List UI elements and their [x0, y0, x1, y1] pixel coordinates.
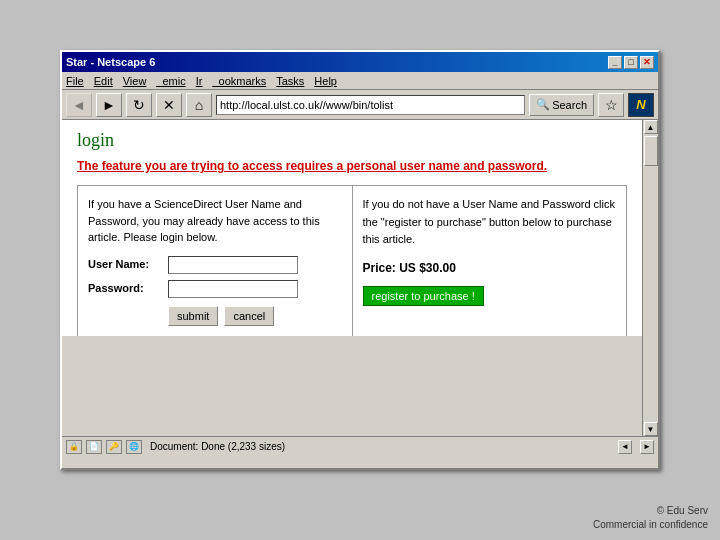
price-text: Price: US $30.00 [363, 259, 617, 278]
left-column: If you have a ScienceDirect User Name an… [78, 186, 353, 336]
menu-file[interactable]: File [66, 75, 84, 87]
username-label: User Name: [88, 256, 168, 273]
netscape-logo: N [628, 93, 654, 117]
content-wrapper: login The feature you are trying to acce… [62, 120, 658, 436]
form-buttons: submit cancel [168, 306, 342, 326]
left-intro: If you have a ScienceDirect User Name an… [88, 196, 342, 246]
back-button[interactable]: ◄ [66, 93, 92, 117]
password-label: Password: [88, 280, 168, 297]
two-column-layout: If you have a ScienceDirect User Name an… [77, 185, 627, 336]
password-input[interactable] [168, 280, 298, 298]
status-icon-3: 🔑 [106, 440, 122, 454]
home-button[interactable]: ⌂ [186, 93, 212, 117]
menu-bar: File Edit View _emic Ir _ookmarks Tasks … [62, 72, 658, 90]
bookmark-button[interactable]: ☆ [598, 93, 624, 117]
menu-view[interactable]: View [123, 75, 147, 87]
content-area: login The feature you are trying to acce… [62, 120, 642, 336]
close-button[interactable]: ✕ [640, 56, 654, 69]
scroll-thumb[interactable] [644, 136, 658, 166]
menu-help[interactable]: Help [314, 75, 337, 87]
submit-button[interactable]: submit [168, 306, 218, 326]
minimize-button[interactable]: _ [608, 56, 622, 69]
search-icon: 🔍 [536, 98, 550, 111]
scroll-up[interactable]: ▲ [644, 120, 658, 134]
status-icon-1: 🔒 [66, 440, 82, 454]
address-bar [216, 95, 525, 115]
status-icons: 🔒 📄 🔑 🌐 [66, 440, 142, 454]
cancel-button[interactable]: cancel [224, 306, 274, 326]
menu-bookmarks[interactable]: _ookmarks [212, 75, 266, 87]
scrollbar: ▲ ▼ [642, 120, 658, 436]
right-intro: If you do not have a User Name and Passw… [363, 196, 617, 249]
search-button[interactable]: 🔍 Search [529, 94, 594, 116]
menu-emic[interactable]: _emic [156, 75, 185, 87]
title-bar: Star - Netscape 6 _ □ ✕ [62, 52, 658, 72]
credit-line2: Commercial in confidence [593, 518, 708, 532]
stop-button[interactable]: ✕ [156, 93, 182, 117]
scroll-down[interactable]: ▼ [644, 422, 658, 436]
status-text: Document: Done (2,233 sizes) [150, 441, 285, 452]
status-bar: 🔒 📄 🔑 🌐 Document: Done (2,233 sizes) ◄ ► [62, 436, 658, 456]
menu-ir[interactable]: Ir [196, 75, 203, 87]
username-input[interactable] [168, 256, 298, 274]
status-scroll-right[interactable]: ► [640, 440, 654, 454]
bottom-credit: © Edu Serv Commercial in confidence [593, 504, 708, 532]
menu-edit[interactable]: Edit [94, 75, 113, 87]
toolbar: ◄ ► ↻ ✕ ⌂ 🔍 Search ☆ N [62, 90, 658, 120]
forward-button[interactable]: ► [96, 93, 122, 117]
window-title: Star - Netscape 6 [66, 56, 155, 68]
register-button[interactable]: register to purchase ! [363, 286, 484, 306]
browser-window: Star - Netscape 6 _ □ ✕ File Edit View _… [60, 50, 660, 470]
menu-tasks[interactable]: Tasks [276, 75, 304, 87]
page-title: login [77, 130, 627, 151]
address-input[interactable] [216, 95, 525, 115]
athens-link[interactable]: Login using your Athens ID [88, 336, 342, 337]
reload-button[interactable]: ↻ [126, 93, 152, 117]
warning-text: The feature you are trying to access req… [77, 159, 627, 173]
maximize-button[interactable]: □ [624, 56, 638, 69]
right-column: If you do not have a User Name and Passw… [353, 186, 627, 336]
status-icon-4: 🌐 [126, 440, 142, 454]
username-row: User Name: [88, 256, 342, 274]
status-scroll-left[interactable]: ◄ [618, 440, 632, 454]
window-controls: _ □ ✕ [608, 56, 654, 69]
password-row: Password: [88, 280, 342, 298]
search-label: Search [552, 99, 587, 111]
credit-line1: © Edu Serv [593, 504, 708, 518]
status-icon-2: 📄 [86, 440, 102, 454]
